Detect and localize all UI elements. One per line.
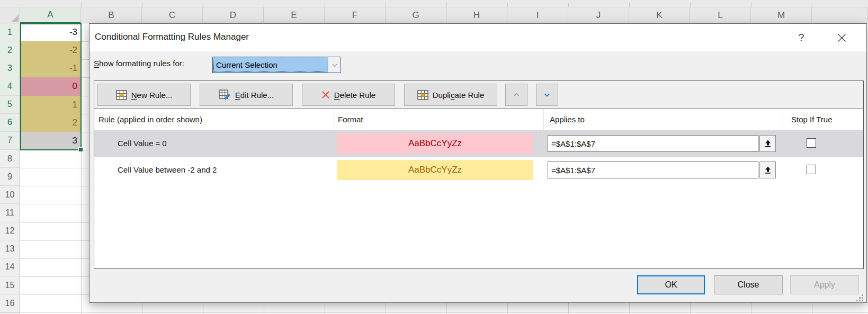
row-header-5[interactable]: 5 [0, 96, 20, 114]
new-rule-label: New Rule... [131, 91, 173, 100]
collapse-dialog-icon [764, 166, 772, 174]
column-header-G[interactable]: G [386, 7, 446, 23]
gridline [568, 303, 569, 314]
collapse-dialog-button[interactable] [759, 135, 776, 152]
close-dialog-button[interactable]: Close [714, 275, 783, 294]
rule-row[interactable]: Cell Value = 0AaBbCcYyZz [94, 130, 863, 157]
gridline [629, 303, 630, 314]
selection-border [20, 23, 82, 150]
column-header-K[interactable]: K [629, 7, 690, 23]
gridline [690, 303, 691, 314]
rule-description: Cell Value between -2 and 2 [118, 157, 217, 183]
move-rule-down-button[interactable] [536, 84, 558, 106]
row-header-9[interactable]: 9 [0, 168, 20, 186]
column-header-C[interactable]: C [142, 7, 203, 23]
close-button[interactable] [833, 30, 850, 45]
row-header-14[interactable]: 14 [0, 258, 20, 276]
gridline [264, 303, 264, 314]
chevron-down-icon [543, 91, 551, 99]
ok-button[interactable]: OK [637, 275, 705, 294]
row-header-6[interactable]: 6 [0, 114, 20, 132]
row-header-10[interactable]: 10 [0, 186, 20, 204]
gridline [20, 222, 89, 223]
rule-row[interactable]: Cell Value between -2 and 2AaBbCcYyZz [94, 157, 863, 183]
gridline [507, 303, 508, 314]
row-header-13[interactable]: 13 [0, 240, 20, 258]
column-header-M[interactable]: M [751, 7, 812, 23]
row-header-15[interactable]: 15 [0, 276, 20, 294]
red-x-icon [321, 91, 330, 99]
select-all-corner[interactable] [0, 7, 20, 23]
row-header-8[interactable]: 8 [0, 150, 20, 168]
apply-button: Apply [790, 275, 859, 294]
chevron-down-icon [331, 61, 338, 69]
column-tick [81, 3, 82, 7]
rules-toolbar: New Rule... Edit Rule... Delete Rul [94, 81, 863, 109]
edit-rule-button[interactable]: Edit Rule... [200, 84, 293, 106]
gridline [20, 186, 89, 186]
rule-description: Cell Value = 0 [118, 130, 167, 157]
help-button[interactable]: ? [794, 30, 809, 45]
header-format: Format [338, 109, 363, 130]
column-header-L[interactable]: L [690, 7, 751, 23]
applies-to-input[interactable] [548, 135, 758, 152]
dropdown-selected-value: Current Selection [213, 57, 328, 73]
column-headers: ABCDEFGHIJKLM [0, 7, 868, 23]
show-rules-dropdown[interactable]: Current Selection [212, 57, 341, 73]
applies-to-input[interactable] [548, 162, 758, 178]
delete-rule-button[interactable]: Delete Rule [302, 84, 395, 106]
collapse-dialog-button[interactable] [759, 162, 776, 178]
dropdown-arrow-button[interactable] [328, 57, 341, 73]
row-header-3[interactable]: 3 [0, 59, 20, 77]
row-header-12[interactable]: 12 [0, 222, 20, 240]
column-separator [543, 109, 544, 130]
row-header-1[interactable]: 1 [0, 23, 20, 41]
chevron-up-icon [512, 91, 521, 99]
table-grid-icon [116, 90, 127, 100]
column-header-D[interactable]: D [203, 7, 264, 23]
fill-handle[interactable] [78, 147, 83, 152]
row-header-16[interactable]: 16 [0, 294, 20, 312]
gridline [386, 303, 386, 314]
header-applies-to: Applies to [550, 109, 585, 130]
column-tick [568, 3, 569, 7]
column-tick [325, 3, 325, 7]
gridline [20, 240, 89, 241]
column-header-A[interactable]: A [20, 7, 81, 23]
dialog-title: Conditional Formatting Rules Manager [95, 32, 249, 42]
list-header: Rule (applied in order shown) Format App… [94, 109, 863, 130]
column-header-F[interactable]: F [325, 7, 386, 23]
column-tick [142, 3, 142, 7]
stop-if-true-checkbox[interactable] [807, 165, 816, 174]
formula-bar-bottom-strip [0, 0, 868, 7]
duplicate-rule-button[interactable]: Duplicate Rule [404, 84, 497, 106]
resize-grip[interactable] [856, 294, 858, 296]
row-header-7[interactable]: 7 [0, 132, 20, 150]
gridline [20, 258, 89, 259]
column-separator [783, 109, 783, 130]
row-header-11[interactable]: 11 [0, 204, 20, 222]
column-header-E[interactable]: E [264, 7, 325, 23]
gridline [203, 303, 203, 314]
column-tick [203, 3, 203, 7]
column-tick [264, 3, 264, 7]
column-header-H[interactable]: H [446, 7, 507, 23]
column-header-I[interactable]: I [507, 7, 568, 23]
gridline [446, 303, 447, 314]
row-header-2[interactable]: 2 [0, 41, 20, 59]
gridline [751, 303, 751, 314]
gridline [325, 303, 325, 314]
column-header-blank [812, 7, 868, 23]
move-rule-up-button[interactable] [505, 84, 527, 106]
stop-if-true-checkbox[interactable] [807, 138, 816, 148]
row-header-4[interactable]: 4 [0, 77, 20, 95]
column-header-J[interactable]: J [568, 7, 629, 23]
column-tick [507, 3, 508, 7]
gridline [142, 303, 142, 314]
header-stop-if-true: Stop If True [791, 109, 833, 130]
conditional-formatting-rules-manager-dialog: Conditional Formatting Rules Manager ? S… [89, 23, 867, 303]
duplicate-rule-label: Duplicate Rule [433, 91, 485, 100]
column-header-B[interactable]: B [81, 7, 142, 23]
column-tick [751, 3, 751, 7]
new-rule-button[interactable]: New Rule... [97, 84, 191, 106]
